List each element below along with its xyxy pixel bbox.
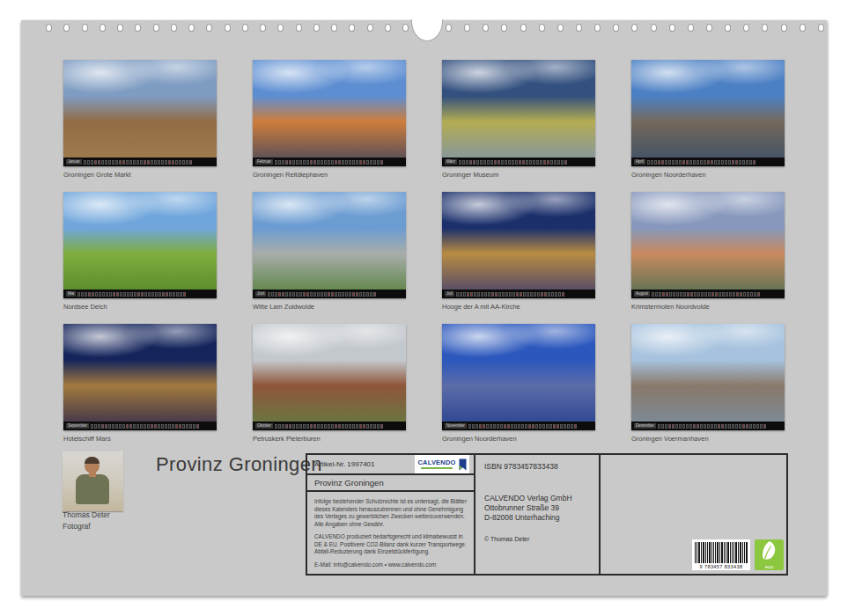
spiral-binding-holes-left xyxy=(46,24,409,32)
binding-hole xyxy=(762,24,768,32)
day-cell xyxy=(285,424,288,429)
day-cell xyxy=(321,292,323,297)
calendar-month-thumbnail: Juli Hooge der A mit AA-Kirche xyxy=(442,192,595,324)
day-cell xyxy=(321,160,323,165)
day-cell xyxy=(268,292,270,297)
photographer-name: Thomas Deter xyxy=(63,510,110,521)
day-cell xyxy=(704,424,706,429)
day-cell xyxy=(491,292,494,297)
calendar-month-photo: April xyxy=(631,60,785,166)
day-cell xyxy=(501,160,504,165)
day-cell xyxy=(345,160,348,165)
day-cell xyxy=(525,424,527,429)
day-cell xyxy=(275,424,277,429)
calendar-date-strip: Januar xyxy=(63,158,217,166)
day-cell xyxy=(564,160,567,165)
day-cell xyxy=(285,292,288,297)
day-cell xyxy=(186,424,188,429)
day-cell xyxy=(460,292,462,297)
day-cell xyxy=(292,424,295,429)
day-cell xyxy=(179,424,181,429)
day-cell xyxy=(466,160,468,165)
calendar-date-strip: März xyxy=(442,158,595,166)
day-cell xyxy=(101,160,104,165)
day-cell xyxy=(98,160,100,165)
day-cell xyxy=(306,160,309,165)
day-cell xyxy=(722,292,725,297)
day-cell xyxy=(511,424,513,429)
barcode-bar xyxy=(703,542,704,563)
day-cell xyxy=(714,160,717,165)
calendar-date-strip: August xyxy=(631,290,785,298)
day-cell xyxy=(168,424,171,429)
thumbnail-caption: Nordsee Deich xyxy=(63,303,217,311)
binding-hole xyxy=(82,24,88,32)
day-cell xyxy=(733,292,735,297)
calendar-date-strip: Mai xyxy=(63,290,217,298)
calendar-month-photo: November xyxy=(442,324,595,430)
day-cell xyxy=(158,292,161,297)
barcode-bar xyxy=(715,542,716,563)
calendar-month-photo: Mai xyxy=(63,192,217,298)
month-label: November xyxy=(445,423,467,429)
day-cell xyxy=(490,160,493,165)
day-cell xyxy=(704,160,706,165)
day-cell xyxy=(105,424,107,429)
day-cells xyxy=(647,160,782,165)
day-cell xyxy=(373,424,376,429)
thumbnail-caption: Witte Lam Zuidwolde xyxy=(253,303,406,311)
thumbnail-caption: Hooge der A mit AA-Kirche xyxy=(442,303,595,311)
day-cells xyxy=(84,160,214,165)
day-cell xyxy=(345,292,348,297)
day-cell xyxy=(136,160,139,165)
binding-hole xyxy=(63,24,70,32)
day-cell xyxy=(483,424,485,429)
day-cell xyxy=(154,160,157,165)
day-cell xyxy=(106,292,108,297)
day-cell xyxy=(356,160,358,165)
day-cell xyxy=(342,292,344,297)
binding-hole xyxy=(613,24,619,32)
day-cell xyxy=(502,292,505,297)
day-cell xyxy=(739,160,741,165)
day-cell xyxy=(324,292,327,297)
day-cell xyxy=(289,160,291,165)
day-cell xyxy=(476,160,479,165)
day-cell xyxy=(735,424,738,429)
day-cell xyxy=(331,424,334,429)
day-cell xyxy=(719,292,721,297)
binding-hole xyxy=(260,24,266,32)
barcode-bar xyxy=(698,542,700,563)
day-cell xyxy=(571,424,573,429)
day-cell xyxy=(548,292,550,297)
day-cell xyxy=(658,160,660,165)
day-cell xyxy=(652,292,654,297)
binding-hole xyxy=(46,24,52,32)
info-middle-column: ISBN 9783457833438 CALVENDO Verlag GmbH … xyxy=(475,455,601,574)
day-cell xyxy=(324,160,327,165)
day-cell xyxy=(158,424,160,429)
day-cell xyxy=(498,160,500,165)
day-cell xyxy=(134,292,136,297)
day-cells xyxy=(77,292,214,297)
month-label: August xyxy=(634,291,650,297)
day-cell xyxy=(757,292,760,297)
binding-hole xyxy=(188,24,195,32)
article-number-row: Artikel-Nr. 1997401 CALVENDO xyxy=(307,455,474,475)
day-cell xyxy=(682,160,685,165)
binding-hole xyxy=(349,24,355,32)
day-cell xyxy=(462,160,465,165)
day-cell xyxy=(335,292,337,297)
day-cell xyxy=(746,160,748,165)
day-cell xyxy=(655,292,658,297)
day-cell xyxy=(112,424,114,429)
day-cell xyxy=(697,292,700,297)
day-cell xyxy=(165,160,167,165)
day-cell xyxy=(335,424,337,429)
day-cell xyxy=(484,292,487,297)
binding-hole xyxy=(557,24,564,32)
calvendo-logo-tagline xyxy=(421,467,453,469)
day-cell xyxy=(161,160,164,165)
day-cell xyxy=(704,292,707,297)
day-cell xyxy=(542,424,545,429)
